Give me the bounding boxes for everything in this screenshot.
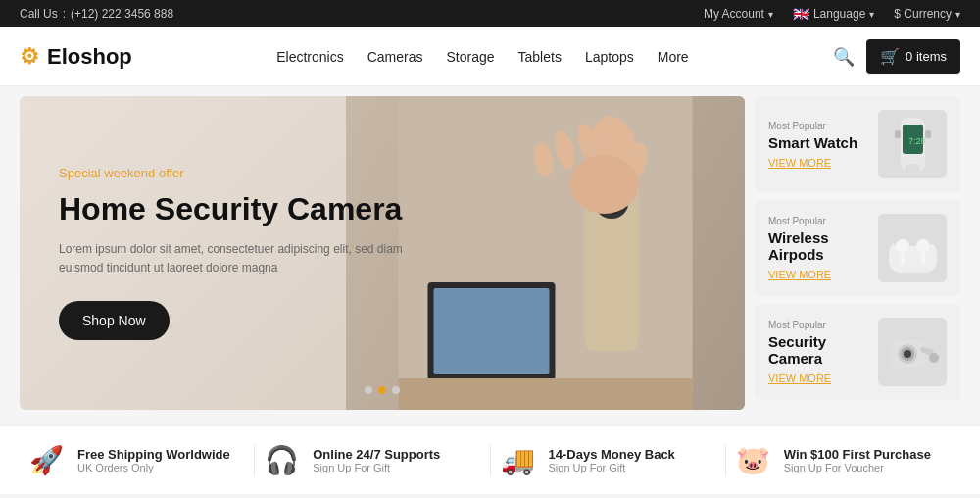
shop-now-button[interactable]: Shop Now	[59, 301, 170, 340]
language-chevron-icon: ▾	[869, 9, 874, 20]
airpods-view-more[interactable]: VIEW MORE	[768, 269, 868, 280]
header: ⚙ Eloshop Electronics Cameras Storage Ta…	[0, 27, 980, 86]
svg-rect-3	[399, 378, 693, 410]
product-card-airpods[interactable]: Most Popular Wireless Airpods VIEW MORE	[755, 200, 960, 296]
svg-rect-22	[901, 253, 905, 265]
call-separator: :	[63, 7, 66, 21]
carousel-dot-1[interactable]	[365, 386, 372, 394]
camera-image	[878, 318, 947, 386]
win-title: Win $100 First Purchase	[784, 447, 931, 462]
returns-subtitle: Sign Up For Gift	[549, 462, 675, 473]
feature-support: 🎧 Online 24/7 Supports Sign Up For Gift	[255, 444, 490, 476]
logo-icon: ⚙	[20, 44, 39, 70]
features-bar: 🚀 Free Shipping Worldwide UK Orders Only…	[0, 425, 980, 494]
nav-cameras[interactable]: Cameras	[368, 49, 423, 65]
hero-title: Home Security Camera	[59, 190, 412, 227]
svg-point-28	[904, 350, 911, 358]
airpods-image	[878, 214, 947, 282]
top-bar-contact: Call Us : (+12) 222 3456 888	[20, 7, 173, 21]
shipping-icon: 🚀	[29, 444, 64, 476]
my-account-link[interactable]: My Account ▾	[704, 7, 773, 21]
product-card-security-camera[interactable]: Most Popular Security Camera VIEW MORE	[755, 304, 960, 400]
nav-more[interactable]: More	[658, 49, 689, 65]
hero-description: Lorem ipsum dolor sit amet, consectetuer…	[59, 240, 412, 277]
hero-tag: Special weekend offer	[59, 166, 412, 180]
svg-rect-24	[921, 253, 925, 265]
cart-icon: 🛒	[880, 47, 900, 66]
currency-selector[interactable]: $ Currency ▾	[894, 7, 960, 21]
svg-text:7:28: 7:28	[908, 136, 926, 146]
hero-content: Special weekend offer Home Security Came…	[59, 166, 412, 340]
svg-rect-20	[889, 226, 937, 246]
product-card-info-camera: Most Popular Security Camera VIEW MORE	[768, 320, 868, 384]
camera-name: Security Camera	[768, 333, 868, 367]
watch-tag: Most Popular	[768, 121, 868, 131]
currency-chevron-icon: ▾	[956, 9, 960, 20]
feature-returns-text: 14-Days Money Back Sign Up For Gift	[549, 447, 675, 473]
camera-svg	[881, 321, 945, 384]
nav-laptops[interactable]: Laptops	[585, 49, 634, 65]
support-subtitle: Sign Up For Gift	[313, 462, 440, 473]
watch-view-more[interactable]: VIEW MORE	[768, 157, 868, 169]
feature-shipping: 🚀 Free Shipping Worldwide UK Orders Only	[20, 444, 255, 476]
hero-banner: Special weekend offer Home Security Came…	[20, 96, 745, 410]
svg-point-18	[905, 164, 920, 174]
feature-shipping-text: Free Shipping Worldwide UK Orders Only	[77, 447, 230, 473]
camera-tag: Most Popular	[768, 320, 868, 330]
feature-support-text: Online 24/7 Supports Sign Up For Gift	[313, 447, 440, 473]
svg-rect-16	[895, 130, 901, 138]
cart-button[interactable]: 🛒 0 items	[866, 39, 960, 74]
airpods-svg	[881, 217, 945, 280]
svg-point-30	[929, 353, 939, 363]
flag-icon: 🇬🇧	[793, 6, 809, 22]
nav-tablets[interactable]: Tablets	[518, 49, 562, 65]
feature-win-text: Win $100 First Purchase Sign Up For Vouc…	[784, 447, 931, 473]
main-nav: Electronics Cameras Storage Tablets Lapt…	[276, 49, 688, 65]
svg-point-12	[570, 155, 639, 214]
returns-title: 14-Days Money Back	[549, 447, 675, 462]
carousel-dots	[365, 386, 400, 394]
call-label: Call Us	[20, 7, 58, 21]
phone-number: (+12) 222 3456 888	[71, 7, 173, 21]
feature-win: 🐷 Win $100 First Purchase Sign Up For Vo…	[726, 444, 960, 476]
product-card-info-airpods: Most Popular Wireless Airpods VIEW MORE	[768, 216, 868, 280]
support-icon: 🎧	[265, 444, 299, 476]
carousel-dot-2[interactable]	[378, 386, 386, 394]
watch-image: 7:28	[878, 110, 947, 178]
carousel-dot-3[interactable]	[392, 386, 400, 394]
watch-svg: 7:28	[881, 113, 945, 176]
product-card-smartwatch[interactable]: Most Popular Smart Watch VIEW MORE 7:28	[755, 96, 960, 192]
returns-icon: 🚚	[501, 444, 535, 476]
logo[interactable]: ⚙ Eloshop	[20, 44, 132, 70]
top-bar-actions: My Account ▾ 🇬🇧 Language ▾ $ Currency ▾	[704, 6, 960, 22]
svg-point-21	[896, 239, 909, 253]
logo-text: Eloshop	[47, 44, 132, 70]
nav-storage[interactable]: Storage	[447, 49, 495, 65]
cart-count: 0 items	[906, 49, 947, 64]
feature-returns: 🚚 14-Days Money Back Sign Up For Gift	[491, 444, 726, 476]
shipping-subtitle: UK Orders Only	[77, 462, 230, 473]
search-button[interactable]: 🔍	[833, 46, 855, 68]
svg-rect-2	[434, 288, 550, 374]
nav-electronics[interactable]: Electronics	[276, 49, 343, 65]
win-subtitle: Sign Up For Voucher	[784, 462, 931, 473]
language-selector[interactable]: 🇬🇧 Language ▾	[793, 6, 874, 22]
support-title: Online 24/7 Supports	[313, 447, 440, 462]
watch-name: Smart Watch	[768, 134, 868, 151]
header-right: 🔍 🛒 0 items	[833, 39, 960, 74]
sidebar-cards: Most Popular Smart Watch VIEW MORE 7:28 …	[755, 96, 960, 410]
main-content: Special weekend offer Home Security Came…	[0, 96, 980, 410]
svg-rect-17	[925, 130, 931, 138]
airpods-name: Wireless Airpods	[768, 229, 868, 263]
top-bar: Call Us : (+12) 222 3456 888 My Account …	[0, 0, 980, 27]
shipping-title: Free Shipping Worldwide	[77, 447, 230, 462]
svg-point-23	[916, 239, 930, 253]
win-icon: 🐷	[736, 444, 770, 476]
airpods-tag: Most Popular	[768, 216, 868, 226]
product-card-info-watch: Most Popular Smart Watch VIEW MORE	[768, 121, 868, 169]
camera-view-more[interactable]: VIEW MORE	[768, 373, 868, 384]
my-account-chevron-icon: ▾	[768, 9, 773, 20]
